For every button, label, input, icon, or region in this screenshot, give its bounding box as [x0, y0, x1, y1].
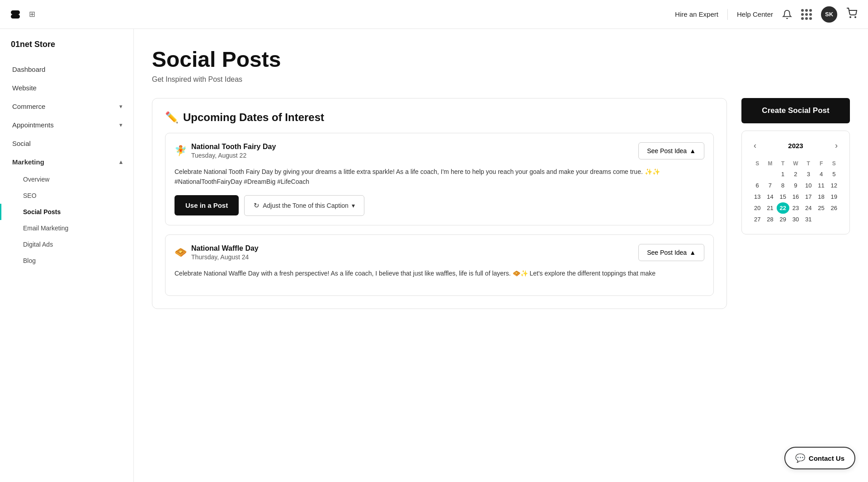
calendar-day[interactable] [764, 168, 776, 180]
sidebar-item-overview[interactable]: Overview [0, 171, 133, 187]
calendar-day[interactable]: 27 [751, 214, 764, 225]
cal-weekday-m: M [764, 159, 776, 168]
calendar-day[interactable]: 12 [828, 180, 840, 191]
svg-point-1 [850, 17, 851, 18]
commerce-chevron-icon: ▾ [119, 103, 123, 110]
calendar-day[interactable]: 28 [764, 214, 776, 225]
sidebar-item-digital-ads[interactable]: Digital Ads [0, 236, 133, 253]
collapse-sidebar-btn[interactable]: ⊞ [29, 9, 35, 19]
use-in-post-btn[interactable]: Use in a Post [175, 195, 239, 215]
calendar-day[interactable]: 22 [777, 202, 789, 214]
page-title: Social Posts [152, 47, 850, 72]
event-title-block: National Tooth Fairy Day Tuesday, August… [191, 143, 276, 159]
calendar-day[interactable]: 30 [789, 214, 802, 225]
apps-grid-icon[interactable] [801, 9, 812, 20]
calendar-day[interactable] [828, 214, 840, 225]
waffle-icon: 🧇 [175, 247, 187, 258]
topnav-right: Hire an Expert Help Center SK [675, 6, 857, 23]
calendar-day[interactable]: 14 [764, 191, 776, 202]
calendar-day[interactable]: 5 [828, 168, 840, 180]
sidebar-item-seo[interactable]: SEO [0, 187, 133, 204]
chevron-up-icon: ▲ [689, 147, 696, 154]
refresh-icon: ↻ [254, 201, 259, 210]
calendar-day[interactable]: 25 [815, 202, 827, 214]
calendar-day[interactable]: 20 [751, 202, 764, 214]
user-avatar[interactable]: SK [821, 6, 837, 23]
see-post-idea-btn-waffle[interactable]: See Post Idea ▲ [638, 244, 704, 261]
cal-weekday-f: F [815, 159, 827, 168]
nav-divider [727, 9, 728, 20]
appointments-chevron-icon: ▾ [119, 122, 123, 128]
calendar-day[interactable]: 10 [802, 180, 815, 191]
grid-dots-icon [801, 9, 812, 20]
notifications-bell-icon[interactable] [782, 9, 792, 19]
event-card-header: 🧚 National Tooth Fairy Day Tuesday, Augu… [175, 142, 704, 159]
sidebar-item-social[interactable]: Social [0, 134, 133, 153]
calendar-day[interactable]: 18 [815, 191, 827, 202]
calendar-day[interactable]: 6 [751, 180, 764, 191]
cart-icon[interactable] [846, 8, 857, 21]
sidebar-item-dashboard[interactable]: Dashboard [0, 60, 133, 79]
sidebar-item-email-marketing[interactable]: Email Marketing [0, 220, 133, 236]
marketing-chevron-icon: ▴ [119, 159, 123, 165]
calendar-day[interactable]: 11 [815, 180, 827, 191]
calendar-day[interactable]: 26 [828, 202, 840, 214]
event-body-text-waffle: Celebrate National Waffle Day with a fre… [175, 268, 704, 278]
sidebar-item-marketing[interactable]: Marketing ▴ [0, 153, 133, 171]
sidebar-item-blog[interactable]: Blog [0, 253, 133, 269]
app-layout: 01net Store Dashboard Website Commerce ▾… [0, 29, 868, 482]
calendar-day[interactable]: 31 [802, 214, 815, 225]
calendar-day[interactable]: 8 [777, 180, 789, 191]
calendar-widget: ‹ 2023 › S M T W [741, 131, 850, 234]
calendar-day[interactable]: 9 [789, 180, 802, 191]
contact-us-btn[interactable]: 💬 Contact Us [784, 447, 855, 469]
content-row: ✏️ Upcoming Dates of Interest 🧚 National… [152, 98, 850, 309]
calendar-day[interactable]: 1 [777, 168, 789, 180]
event-name: National Tooth Fairy Day [191, 143, 276, 151]
cal-weekday-s1: S [751, 159, 764, 168]
calendar-prev-btn[interactable]: ‹ [751, 140, 759, 151]
calendar-day[interactable]: 15 [777, 191, 789, 202]
calendar-day[interactable]: 29 [777, 214, 789, 225]
calendar-day[interactable] [815, 214, 827, 225]
see-post-idea-btn-tooth-fairy[interactable]: See Post Idea ▲ [638, 142, 704, 159]
sidebar-item-appointments[interactable]: Appointments ▾ [0, 116, 133, 134]
calendar-day[interactable] [751, 168, 764, 180]
page-subtitle: Get Inspired with Post Ideas [152, 75, 850, 84]
adjust-tone-btn[interactable]: ↻ Adjust the Tone of this Caption ▾ [244, 195, 364, 216]
squarespace-logo[interactable] [7, 6, 24, 23]
event-name-waffle: National Waffle Day [191, 244, 259, 253]
calendar-day[interactable]: 17 [802, 191, 815, 202]
calendar-day[interactable]: 16 [789, 191, 802, 202]
calendar-day[interactable]: 3 [802, 168, 815, 180]
calendar-next-btn[interactable]: › [832, 140, 840, 151]
cal-weekday-t1: T [777, 159, 789, 168]
create-social-post-btn[interactable]: Create Social Post [741, 98, 850, 123]
calendar-day[interactable]: 7 [764, 180, 776, 191]
calendar-day[interactable]: 21 [764, 202, 776, 214]
content-side-col: Create Social Post ‹ 2023 › [741, 98, 850, 234]
calendar-day[interactable]: 23 [789, 202, 802, 214]
sidebar-item-social-posts[interactable]: Social Posts [0, 204, 133, 220]
calendar-day[interactable]: 13 [751, 191, 764, 202]
event-title-row: 🧚 National Tooth Fairy Day Tuesday, Augu… [175, 143, 276, 159]
upcoming-section-title: ✏️ Upcoming Dates of Interest [165, 111, 714, 124]
calendar-day[interactable]: 2 [789, 168, 802, 180]
calendar-day[interactable]: 19 [828, 191, 840, 202]
upcoming-section: ✏️ Upcoming Dates of Interest 🧚 National… [152, 98, 727, 309]
event-date-waffle: Thursday, August 24 [191, 253, 259, 261]
topnav-left: ⊞ [7, 6, 35, 23]
sidebar: 01net Store Dashboard Website Commerce ▾… [0, 29, 134, 482]
hire-expert-link[interactable]: Hire an Expert [675, 10, 718, 18]
help-center-link[interactable]: Help Center [737, 10, 773, 18]
sidebar-item-commerce[interactable]: Commerce ▾ [0, 97, 133, 116]
sidebar-item-website[interactable]: Website [0, 79, 133, 97]
tooth-fairy-icon: 🧚 [175, 145, 187, 157]
cal-weekday-t2: T [802, 159, 815, 168]
calendar-month-year: 2023 [788, 142, 803, 150]
calendar-grid: S M T W T F S 12345678910111213141516171… [751, 159, 840, 225]
event-actions: Use in a Post ↻ Adjust the Tone of this … [175, 195, 704, 216]
calendar-day[interactable]: 24 [802, 202, 815, 214]
main-content: Social Posts Get Inspired with Post Idea… [134, 29, 868, 482]
calendar-day[interactable]: 4 [815, 168, 827, 180]
